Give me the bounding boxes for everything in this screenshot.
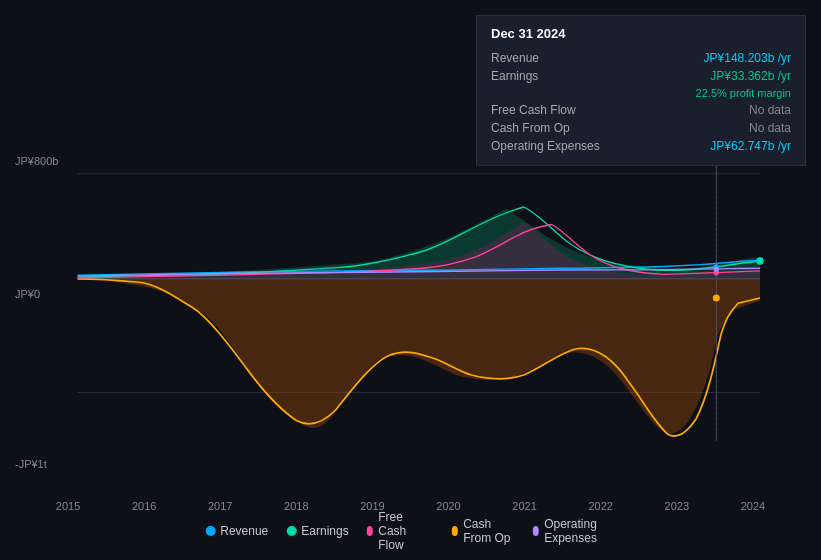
profit-margin-value: 22.5% profit margin xyxy=(696,87,791,99)
svg-point-13 xyxy=(714,267,719,272)
x-label-2024: 2024 xyxy=(741,500,765,512)
cashfromop-legend-label: Cash From Op xyxy=(463,517,514,545)
tooltip-card: Dec 31 2024 Revenue JP¥148.203b /yr Earn… xyxy=(476,15,806,166)
profit-margin-row: 22.5% profit margin xyxy=(491,85,791,101)
fcf-label: Free Cash Flow xyxy=(491,103,576,117)
x-label-2016: 2016 xyxy=(132,500,156,512)
revenue-dot xyxy=(205,526,215,536)
fcf-row: Free Cash Flow No data xyxy=(491,101,791,119)
fcf-dot xyxy=(367,526,374,536)
opex-row: Operating Expenses JP¥62.747b /yr xyxy=(491,137,791,155)
legend-opex[interactable]: Operating Expenses xyxy=(533,517,616,545)
revenue-legend-label: Revenue xyxy=(220,524,268,538)
x-label-2015: 2015 xyxy=(56,500,80,512)
fcf-legend-label: Free Cash Flow xyxy=(378,510,433,552)
chart-svg xyxy=(0,165,821,480)
legend-cashfromop[interactable]: Cash From Op xyxy=(452,517,515,545)
opex-dot xyxy=(533,526,540,536)
cashfromop-label: Cash From Op xyxy=(491,121,570,135)
cashfromop-dot xyxy=(452,526,459,536)
revenue-value: JP¥148.203b /yr xyxy=(704,51,791,65)
legend-earnings[interactable]: Earnings xyxy=(286,524,348,538)
earnings-legend-label: Earnings xyxy=(301,524,348,538)
earnings-row: Earnings JP¥33.362b /yr xyxy=(491,67,791,85)
earnings-label: Earnings xyxy=(491,69,538,83)
revenue-row: Revenue JP¥148.203b /yr xyxy=(491,49,791,67)
opex-value: JP¥62.747b /yr xyxy=(710,139,791,153)
svg-point-7 xyxy=(757,258,764,265)
svg-point-9 xyxy=(713,295,720,302)
legend-fcf[interactable]: Free Cash Flow xyxy=(367,510,434,552)
earnings-dot xyxy=(286,526,296,536)
revenue-label: Revenue xyxy=(491,51,539,65)
opex-legend-label: Operating Expenses xyxy=(544,517,616,545)
legend-revenue[interactable]: Revenue xyxy=(205,524,268,538)
cashfromop-row: Cash From Op No data xyxy=(491,119,791,137)
x-label-2023: 2023 xyxy=(665,500,689,512)
cashfromop-value: No data xyxy=(749,121,791,135)
fcf-value: No data xyxy=(749,103,791,117)
opex-label: Operating Expenses xyxy=(491,139,600,153)
earnings-value: JP¥33.362b /yr xyxy=(710,69,791,83)
tooltip-date: Dec 31 2024 xyxy=(491,26,791,41)
legend: Revenue Earnings Free Cash Flow Cash Fro… xyxy=(205,510,616,552)
